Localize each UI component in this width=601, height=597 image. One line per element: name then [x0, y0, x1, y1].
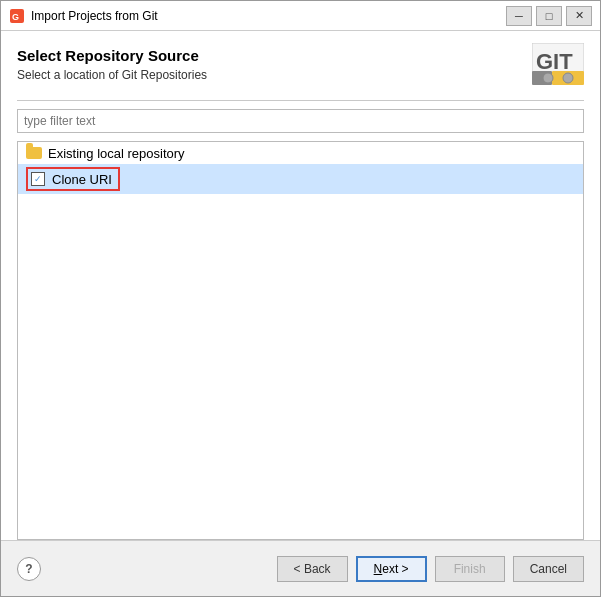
bottom-bar: ? < Back Next > Finish Cancel — [1, 540, 600, 596]
help-button[interactable]: ? — [17, 557, 41, 581]
bottom-left: ? — [17, 557, 41, 581]
window-icon: G — [9, 8, 25, 24]
folder-icon — [26, 145, 42, 161]
svg-point-6 — [543, 73, 553, 83]
finish-button[interactable]: Finish — [435, 556, 505, 582]
page-title: Select Repository Source — [17, 47, 520, 64]
clone-icon — [30, 171, 46, 187]
existing-local-label: Existing local repository — [48, 146, 185, 161]
window: G Import Projects from Git ─ □ ✕ Select … — [0, 0, 601, 597]
minimize-button[interactable]: ─ — [506, 6, 532, 26]
maximize-button[interactable]: □ — [536, 6, 562, 26]
list-item-clone-uri[interactable]: Clone URI — [18, 164, 583, 194]
list-item-existing-local[interactable]: Existing local repository — [18, 142, 583, 164]
svg-text:GIT: GIT — [536, 49, 573, 74]
next-button[interactable]: Next > — [356, 556, 427, 582]
filter-input[interactable] — [17, 109, 584, 133]
close-button[interactable]: ✕ — [566, 6, 592, 26]
header-section: Select Repository Source Select a locati… — [17, 47, 584, 88]
content-area: Select Repository Source Select a locati… — [1, 31, 600, 540]
separator — [17, 100, 584, 101]
window-title: Import Projects from Git — [31, 9, 506, 23]
svg-text:G: G — [12, 12, 19, 22]
page-subtitle: Select a location of Git Repositories — [17, 68, 520, 82]
header-text: Select Repository Source Select a locati… — [17, 47, 520, 82]
clone-uri-label: Clone URI — [52, 172, 112, 187]
bottom-buttons: < Back Next > Finish Cancel — [277, 556, 584, 582]
title-bar: G Import Projects from Git ─ □ ✕ — [1, 1, 600, 31]
clone-uri-highlight: Clone URI — [26, 167, 120, 191]
git-logo: GIT — [532, 43, 584, 88]
svg-point-7 — [563, 73, 573, 83]
back-button[interactable]: < Back — [277, 556, 348, 582]
window-controls: ─ □ ✕ — [506, 6, 592, 26]
cancel-button[interactable]: Cancel — [513, 556, 584, 582]
repository-list[interactable]: Existing local repository Clone URI — [17, 141, 584, 540]
